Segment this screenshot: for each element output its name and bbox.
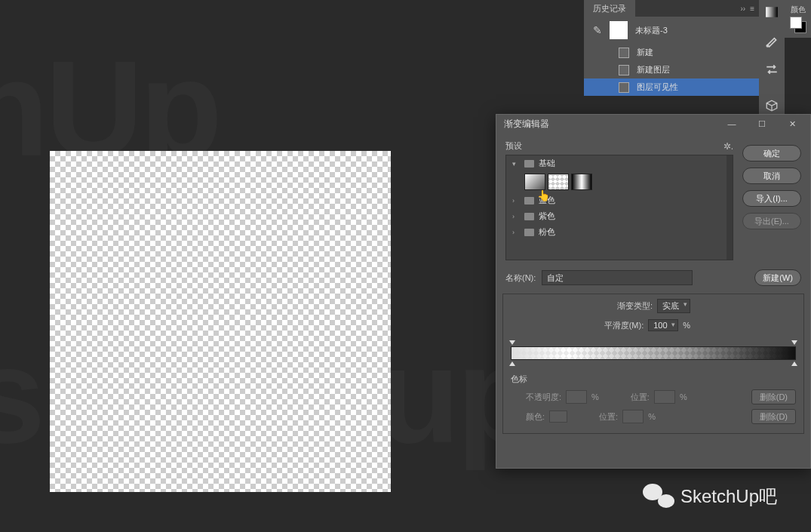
chevron-right-icon[interactable]: › xyxy=(512,197,520,204)
gradient-tool-icon[interactable] xyxy=(764,5,779,20)
history-state-icon xyxy=(619,82,629,93)
foreground-color-swatch[interactable] xyxy=(790,17,802,29)
opacity-stop[interactable] xyxy=(509,340,515,346)
gradient-editor-dialog: 渐变编辑器 — ☐ ✕ 预设 ✲. ▾ 基础 xyxy=(496,114,811,469)
cancel-button[interactable]: 取消 xyxy=(742,168,801,184)
gradient-preview-bar[interactable] xyxy=(511,346,796,360)
swap-tool-icon[interactable] xyxy=(764,62,779,77)
color-swatch-picker[interactable] xyxy=(549,411,567,423)
position-label: 位置: xyxy=(599,411,618,423)
right-tool-strip xyxy=(759,0,785,118)
position-label: 位置: xyxy=(631,392,650,403)
chevron-right-icon[interactable]: › xyxy=(512,213,520,220)
tree-folder-blue[interactable]: › 蓝色 xyxy=(506,192,733,208)
chevron-down-icon[interactable]: ▾ xyxy=(512,160,520,168)
presets-tree[interactable]: ▾ 基础 › 蓝色 › 紫色 xyxy=(505,155,733,260)
preset-thumbnail[interactable] xyxy=(571,174,592,190)
gradient-type-select[interactable]: 实底 xyxy=(657,299,690,313)
opacity-input[interactable] xyxy=(566,390,587,404)
stops-header: 色标 xyxy=(511,374,796,385)
brush-icon: ✎ xyxy=(593,24,602,36)
tree-folder-basics[interactable]: ▾ 基础 xyxy=(506,155,733,171)
wechat-brand: SketchUp吧 xyxy=(680,484,777,509)
tree-folder-purple[interactable]: › 紫色 xyxy=(506,208,733,224)
document-canvas[interactable] xyxy=(50,151,391,492)
opacity-stop[interactable] xyxy=(791,340,797,346)
color-swatches[interactable] xyxy=(790,17,806,33)
presets-label: 预设 xyxy=(505,140,522,152)
history-item[interactable]: 新建图层 xyxy=(584,61,759,78)
color-stop[interactable] xyxy=(509,360,515,366)
document-name: 未标题-3 xyxy=(635,25,668,36)
dialog-titlebar[interactable]: 渐变编辑器 — ☐ ✕ xyxy=(496,115,810,133)
svg-rect-0 xyxy=(766,7,778,17)
name-input[interactable] xyxy=(542,270,693,285)
tree-folder-pink[interactable]: › 粉色 xyxy=(506,224,733,240)
history-state-icon xyxy=(619,65,629,75)
delete-button[interactable]: 删除(D) xyxy=(751,409,796,424)
smoothness-input[interactable]: 100 xyxy=(648,319,678,331)
panel-menu-icon[interactable]: ≡ xyxy=(750,5,754,13)
close-button[interactable]: ✕ xyxy=(777,115,807,133)
dialog-title: 渐变编辑器 xyxy=(504,118,549,131)
delete-button[interactable]: 删除(D) xyxy=(751,389,796,404)
document-thumbnail xyxy=(610,21,628,39)
wechat-icon xyxy=(643,482,674,511)
new-button[interactable]: 新建(W) xyxy=(754,269,801,286)
preset-thumbnail[interactable] xyxy=(548,174,569,190)
brush-tool-icon[interactable] xyxy=(764,33,779,48)
history-item[interactable]: 图层可见性 xyxy=(584,78,759,96)
color-label: 颜色: xyxy=(526,411,545,423)
export-button[interactable]: 导出(E)... xyxy=(742,213,801,229)
folder-icon xyxy=(524,229,534,236)
wechat-watermark: SketchUp吧 xyxy=(643,482,777,511)
scrollbar[interactable] xyxy=(727,155,733,260)
svg-point-1 xyxy=(766,45,768,47)
panel-collapse-icon[interactable]: ›› xyxy=(740,5,745,13)
chevron-right-icon[interactable]: › xyxy=(512,229,520,236)
maximize-button[interactable]: ☐ xyxy=(747,115,777,133)
folder-icon xyxy=(524,160,534,168)
history-item[interactable]: 新建 xyxy=(584,44,759,61)
ok-button[interactable]: 确定 xyxy=(742,145,801,161)
position-input[interactable] xyxy=(654,390,675,404)
history-document-row[interactable]: ✎ 未标题-3 xyxy=(584,17,759,44)
history-state-icon xyxy=(619,48,629,58)
position-input[interactable] xyxy=(622,410,644,423)
cube-tool-icon[interactable] xyxy=(764,98,779,113)
history-panel: 历史记录 ›› ≡ ✎ 未标题-3 新建 新建图层 图层可见性 xyxy=(584,0,759,96)
gradient-type-label: 渐变类型: xyxy=(617,300,653,312)
color-panel-strip: 颜色 xyxy=(785,0,811,38)
minimize-button[interactable]: — xyxy=(717,115,747,133)
color-stop[interactable] xyxy=(791,360,797,366)
import-button[interactable]: 导入(I)... xyxy=(742,190,801,207)
folder-icon xyxy=(524,213,534,220)
folder-icon xyxy=(524,197,534,204)
smoothness-label: 平滑度(M): xyxy=(604,320,644,331)
history-tab[interactable]: 历史记录 xyxy=(584,0,635,17)
percent-label: % xyxy=(683,321,690,330)
panel-label: 颜色 xyxy=(791,5,806,15)
opacity-label: 不透明度: xyxy=(526,392,561,403)
preset-thumbnail[interactable] xyxy=(524,174,545,190)
name-label: 名称(N): xyxy=(505,272,536,284)
gear-icon[interactable]: ✲. xyxy=(723,141,733,152)
